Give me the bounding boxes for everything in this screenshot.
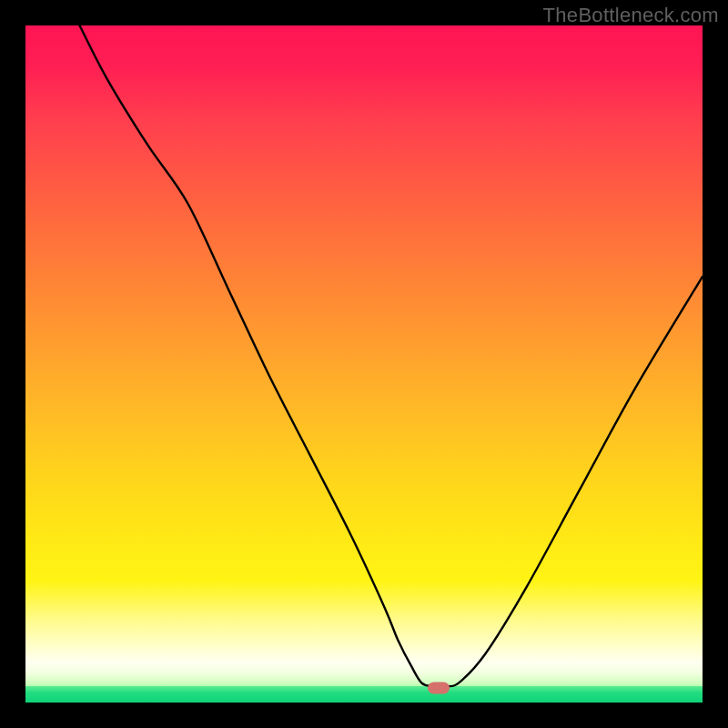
plot-area <box>25 25 703 703</box>
minimum-marker <box>428 682 450 694</box>
chart-frame: TheBottleneck.com <box>0 0 728 728</box>
bottleneck-curve <box>25 25 703 703</box>
watermark-text: TheBottleneck.com <box>543 4 719 27</box>
